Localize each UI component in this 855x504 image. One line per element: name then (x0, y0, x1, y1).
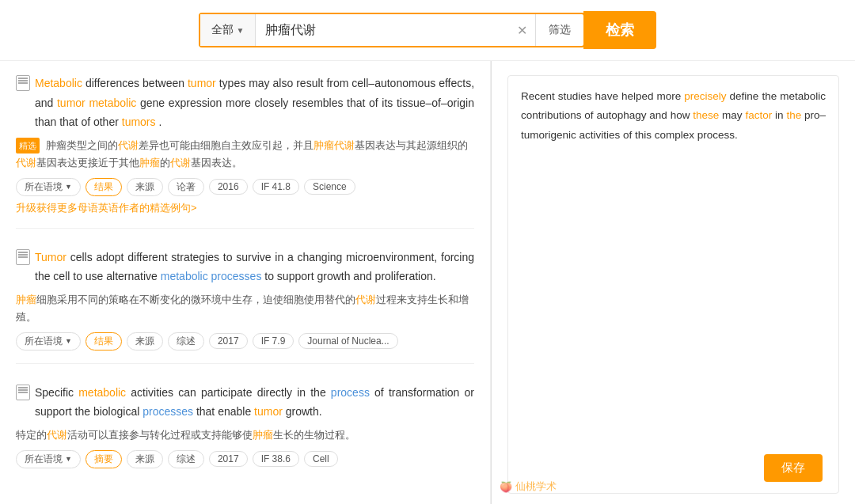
jingxuan-badge: 精选 (16, 138, 40, 154)
result-sentence-2: Tumor cells adopt different strategies t… (16, 248, 474, 286)
word-metabolic-processes: metabolic processes (161, 270, 262, 282)
word-tumor: tumor (188, 77, 216, 89)
tag-context[interactable]: 所在语境 ▼ (16, 332, 81, 351)
word-precisely: precisely (684, 90, 726, 102)
table-row: Tumor cells adopt different strategies t… (16, 248, 474, 364)
word-tumor2: tumor (57, 97, 86, 109)
results-panel: Metabolic differences between tumor type… (0, 61, 491, 504)
tag-year[interactable]: 2017 (209, 451, 248, 467)
word-process: process (331, 386, 370, 399)
watermark-text: 仙桃学术 (515, 479, 557, 494)
tag-year[interactable]: 2017 (209, 333, 248, 349)
tags-row-2: 所在语境 ▼ 结果 来源 综述 2017 IF 7.9 Journal of N… (16, 332, 474, 351)
word-factor: factor (745, 109, 772, 121)
text-segment: . (158, 116, 162, 128)
word-these: these (693, 109, 719, 121)
search-type-select[interactable]: 全部 ▼ (200, 14, 256, 46)
translation-3: 特定的代谢活动可以直接参与转化过程或支持能够使肿瘤生长的生物过程。 (16, 426, 474, 444)
side-panel-text: Recent studies have helped more precisel… (521, 87, 826, 145)
chevron-down-icon: ▼ (237, 26, 245, 35)
translation-2: 肿瘤细胞采用不同的策略在不断变化的微环境中生存，迫使细胞使用替代的代谢过程来支持… (16, 291, 474, 326)
main-content: Metabolic differences between tumor type… (0, 61, 855, 504)
table-row: Specific metabolic activities can partic… (16, 383, 474, 481)
document-icon (16, 385, 30, 400)
word-metabolic2: metabolic (89, 97, 136, 109)
sentence-text-3: Specific metabolic activities can partic… (35, 383, 474, 422)
tag-if[interactable]: IF 7.9 (253, 333, 294, 349)
tag-journal[interactable]: Journal of Nuclea... (298, 333, 397, 349)
word-tumor4: tumor (254, 405, 283, 418)
word-tumor3: Tumor (35, 251, 66, 263)
text-segment: Specific (35, 386, 78, 399)
tag-source[interactable]: 来源 (127, 332, 163, 351)
tags-row-3: 所在语境 ▼ 摘要 来源 综述 2017 IF 38.6 Cell (16, 450, 474, 468)
word-processes: processes (142, 405, 193, 418)
tag-type[interactable]: 论著 (168, 178, 204, 196)
tag-context[interactable]: 所在语境 ▼ (16, 450, 81, 468)
text-segment: differences between (86, 77, 188, 89)
tag-year[interactable]: 2016 (209, 179, 248, 195)
tag-if[interactable]: IF 38.6 (253, 451, 299, 467)
clear-icon[interactable]: ✕ (509, 23, 535, 38)
word-metabolic3: metabolic (78, 386, 126, 399)
watermark-icon: 🍑 (500, 481, 512, 493)
search-input[interactable] (256, 14, 509, 46)
filter-button[interactable]: 筛选 (535, 14, 583, 46)
side-panel: Recent studies have helped more precisel… (491, 61, 855, 504)
tag-result[interactable]: 结果 (86, 178, 122, 196)
tag-type[interactable]: 综述 (168, 332, 204, 351)
tag-context[interactable]: 所在语境 ▼ (16, 178, 81, 196)
tags-row-1: 所在语境 ▼ 结果 来源 论著 2016 IF 41.8 Science (16, 178, 474, 196)
tag-result[interactable]: 结果 (86, 332, 122, 351)
result-sentence-3: Specific metabolic activities can partic… (16, 383, 474, 422)
save-button[interactable]: 保存 (764, 454, 823, 482)
tag-journal[interactable]: Science (304, 179, 355, 195)
text-segment: growth. (286, 405, 322, 418)
translation-1: 精选 肿瘤类型之间的代谢差异也可能由细胞自主效应引起，并且肿瘤代谢基因表达与其起… (16, 137, 474, 172)
tag-abstract[interactable]: 摘要 (86, 450, 122, 468)
word-the: the (786, 109, 801, 121)
tag-type[interactable]: 综述 (168, 450, 204, 468)
chevron-icon: ▼ (65, 455, 72, 463)
tag-source[interactable]: 来源 (127, 450, 163, 468)
text-segment: that enable (196, 405, 254, 418)
document-icon (16, 249, 30, 265)
sentence-text-1: Metabolic differences between tumor type… (35, 74, 474, 132)
word-metabolic: Metabolic (35, 77, 82, 89)
watermark: 🍑 仙桃学术 (500, 479, 557, 494)
text-segment: to support growth and proliferation. (264, 270, 435, 282)
upgrade-link[interactable]: 升级获得更多母语英语作者的精选例句> (16, 201, 197, 215)
word-tumors: tumors (122, 116, 156, 128)
document-icon (16, 75, 30, 91)
panel-border: Recent studies have helped more precisel… (507, 75, 839, 494)
text-segment: activities can participate directly in t… (131, 386, 331, 399)
chevron-icon: ▼ (65, 183, 72, 191)
chevron-icon: ▼ (65, 337, 72, 345)
search-bar: 全部 ▼ ✕ 筛选 检索 (0, 0, 855, 61)
search-type-label: 全部 (211, 23, 234, 37)
tag-journal[interactable]: Cell (304, 451, 338, 467)
search-input-container: 全部 ▼ ✕ 筛选 (199, 13, 586, 47)
table-row: Metabolic differences between tumor type… (16, 74, 474, 229)
sentence-text-2: Tumor cells adopt different strategies t… (35, 248, 474, 286)
result-sentence-1: Metabolic differences between tumor type… (16, 74, 474, 132)
search-button[interactable]: 检索 (583, 11, 656, 49)
tag-source[interactable]: 来源 (127, 178, 163, 196)
tag-if[interactable]: IF 41.8 (253, 179, 299, 195)
